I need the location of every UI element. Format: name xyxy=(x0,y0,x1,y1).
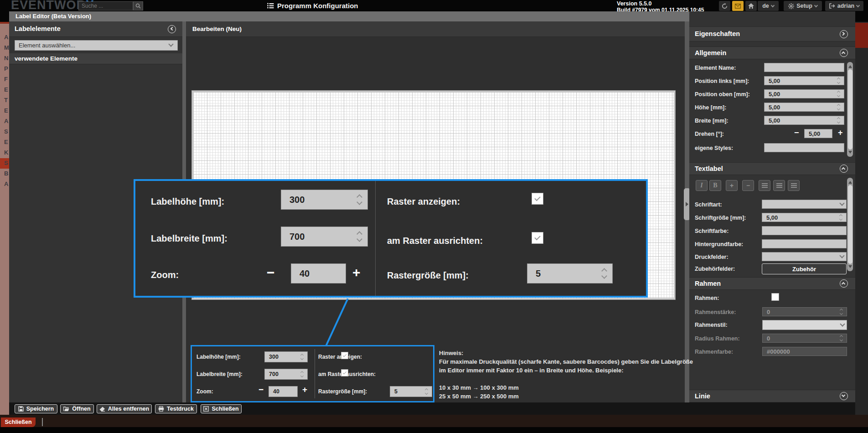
rastergroesse-spinner[interactable]: 5 xyxy=(527,263,613,284)
spinner-arrows-icon xyxy=(840,309,844,315)
linie-header[interactable]: Linie xyxy=(689,390,855,402)
zoom-minus-button-sm[interactable]: − xyxy=(258,385,264,395)
zoom-plus-button-sm[interactable]: + xyxy=(302,385,307,395)
rahmenfarbe-input[interactable]: #000000 xyxy=(762,347,847,356)
align-center-button[interactable] xyxy=(773,180,785,191)
hintergrundfarbe-input[interactable] xyxy=(762,239,847,248)
search-button[interactable] xyxy=(133,1,143,10)
spinner-arrows-icon[interactable] xyxy=(839,214,844,221)
spinner-arrows-icon[interactable] xyxy=(356,194,363,206)
rahmen-header[interactable]: Rahmen xyxy=(689,277,855,290)
labelbreite-spinner-sm[interactable]: 700 xyxy=(264,369,308,380)
oeffnen-button[interactable]: Öffnen xyxy=(60,404,94,413)
language-select[interactable]: de xyxy=(758,1,779,11)
settings-divider xyxy=(315,349,315,398)
close-tab-button[interactable]: Schließen xyxy=(1,418,36,427)
spinner-arrows-icon[interactable] xyxy=(837,77,842,84)
eigenschaften-header[interactable]: Eigenschaften xyxy=(689,26,855,41)
drehen-plus-button[interactable]: + xyxy=(838,128,843,138)
element-select-dropdown[interactable]: Element auswählen... xyxy=(15,40,178,51)
zoom-plus-button[interactable]: + xyxy=(352,265,361,280)
eigene-styles-label: eigene Styles: xyxy=(695,145,733,151)
mail-button[interactable] xyxy=(732,1,744,11)
schriftfarbe-input[interactable] xyxy=(762,226,847,235)
user-menu-button[interactable]: adrian xyxy=(825,1,863,11)
labelbreite-spinner[interactable]: 700 xyxy=(281,227,368,247)
pos-links-spinner[interactable]: 5,00 xyxy=(764,76,844,85)
schriftart-dropdown[interactable] xyxy=(762,200,847,209)
rahmenstil-label: Rahmenstil: xyxy=(695,322,728,328)
hoehe-label: Höhe [mm]: xyxy=(695,104,726,111)
align-center-icon xyxy=(776,185,782,186)
eigene-styles-input[interactable] xyxy=(764,143,844,152)
hoehe-spinner[interactable]: 5,00 xyxy=(764,103,844,112)
zoom-input[interactable]: 40 xyxy=(291,263,346,284)
zoom-input-sm[interactable]: 40 xyxy=(269,386,298,397)
collapse-left-icon[interactable] xyxy=(168,25,176,33)
alles-entfernen-button[interactable]: Alles entfernen xyxy=(97,404,152,413)
align-left-button[interactable] xyxy=(759,180,770,191)
font-decrease-button[interactable]: − xyxy=(742,180,754,191)
dialog-footer: Speichern Öffnen Alles entfernen Testdru… xyxy=(9,402,855,415)
collapse-up-icon[interactable] xyxy=(840,165,848,173)
collapse-right-icon[interactable] xyxy=(840,30,848,38)
schliessen-button[interactable]: Schließen xyxy=(201,404,242,413)
rastergroesse-label-sm: Rastergröße [mm]: xyxy=(318,388,367,395)
testdruck-button[interactable]: Testdruck xyxy=(155,404,197,413)
setup-menu-button[interactable]: Setup xyxy=(784,1,822,11)
element-name-input[interactable] xyxy=(764,63,844,72)
schriftgroesse-spinner[interactable]: 5,00 xyxy=(762,213,847,222)
element-name-label: Element Name: xyxy=(695,65,736,71)
spinner-arrows-icon[interactable] xyxy=(425,388,429,395)
druckfelder-dropdown[interactable] xyxy=(762,252,847,261)
drehen-minus-button[interactable]: − xyxy=(794,128,799,138)
spinner-arrows-icon[interactable] xyxy=(356,231,363,242)
align-right-button[interactable] xyxy=(788,180,800,191)
spinner-arrows-icon[interactable] xyxy=(837,91,842,97)
spinner-arrows-icon[interactable] xyxy=(837,117,842,124)
raster-anzeigen-checkbox[interactable] xyxy=(532,193,543,205)
rahmen-checkbox[interactable] xyxy=(771,293,779,301)
raster-anzeigen-checkbox-sm[interactable] xyxy=(341,352,348,359)
textlabel-header[interactable]: Textlabel xyxy=(689,162,855,175)
spinner-arrows-icon xyxy=(840,335,844,341)
rahmenstaerke-label: Rahmenstärke: xyxy=(695,309,736,315)
collapse-up-icon[interactable] xyxy=(840,49,848,57)
spinner-arrows-icon[interactable] xyxy=(300,354,305,360)
italic-button[interactable]: I xyxy=(696,180,708,191)
refresh-button[interactable] xyxy=(719,1,730,11)
bottom-black-strip xyxy=(0,427,868,433)
close-box-icon xyxy=(203,406,209,412)
language-label: de xyxy=(762,3,769,9)
speichern-button[interactable]: Speichern xyxy=(15,404,57,413)
textlabel-scrollbar[interactable] xyxy=(847,178,853,271)
expand-down-icon[interactable] xyxy=(840,392,848,400)
rahmenstaerke-spinner[interactable]: 0 xyxy=(762,307,847,316)
allgemein-scrollbar[interactable] xyxy=(847,62,853,157)
home-button[interactable] xyxy=(745,1,757,11)
collapse-up-icon[interactable] xyxy=(840,279,848,288)
am-raster-checkbox-sm[interactable] xyxy=(341,369,348,376)
rastergroesse-spinner-sm[interactable]: 5 xyxy=(390,386,432,397)
pos-oben-spinner[interactable]: 5,00 xyxy=(764,89,844,98)
spinner-arrows-icon[interactable] xyxy=(837,104,842,110)
breite-spinner[interactable]: 5,00 xyxy=(764,116,844,125)
zoom-minus-button[interactable]: − xyxy=(267,265,275,280)
search-input[interactable] xyxy=(78,1,133,10)
spinner-arrows-icon[interactable] xyxy=(300,371,305,377)
labelhoehe-spinner-sm[interactable]: 300 xyxy=(264,351,308,362)
radius-rahmen-spinner[interactable]: 0 xyxy=(762,334,847,343)
zoom-label-sm: Zoom: xyxy=(196,388,213,395)
font-increase-button[interactable]: + xyxy=(726,180,738,191)
rahmenstil-dropdown[interactable] xyxy=(762,320,847,330)
right-panel-divider[interactable] xyxy=(685,21,689,402)
allgemein-header[interactable]: Allgemein xyxy=(689,46,855,59)
drehen-input[interactable]: 5,00 xyxy=(804,129,832,138)
bold-button[interactable]: B xyxy=(709,180,721,191)
zubehoer-button[interactable]: Zubehör xyxy=(762,263,847,274)
spinner-arrows-icon[interactable] xyxy=(601,268,608,279)
rahmenfarbe-label: Rahmenfarbe: xyxy=(695,349,733,355)
search-icon xyxy=(135,3,141,9)
am-raster-checkbox[interactable] xyxy=(532,232,543,244)
labelhoehe-spinner[interactable]: 300 xyxy=(281,190,368,210)
